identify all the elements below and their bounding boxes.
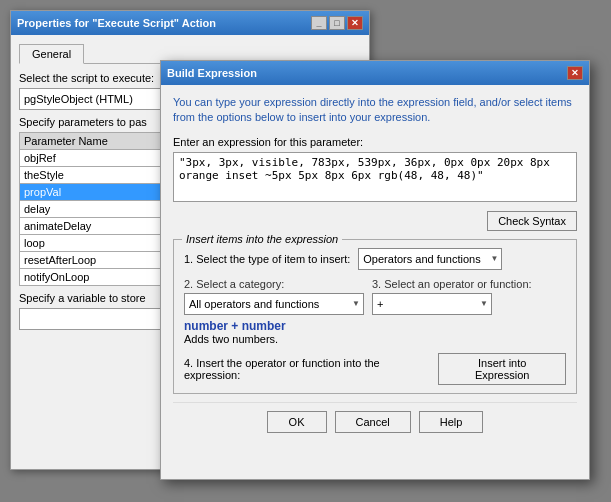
properties-title-text: Properties for "Execute Script" Action — [17, 17, 216, 29]
tab-general[interactable]: General — [19, 44, 84, 64]
ok-button[interactable]: OK — [267, 411, 327, 433]
step1-row: 1. Select the type of item to insert: Op… — [184, 248, 566, 270]
step2-select-wrapper: All operators and functions — [184, 293, 364, 315]
build-title-buttons: ✕ — [567, 66, 583, 80]
help-button[interactable]: Help — [419, 411, 484, 433]
properties-title-bar: Properties for "Execute Script" Action _… — [11, 11, 369, 35]
expr-label: Enter an expression for this parameter: — [173, 136, 577, 148]
title-bar-buttons: _ □ ✕ — [311, 16, 363, 30]
build-title-bar: Build Expression ✕ — [161, 61, 589, 85]
desc-text: Adds two numbers. — [184, 333, 566, 345]
insert-expr-button[interactable]: Insert into Expression — [438, 353, 566, 385]
step1-select[interactable]: Operators and functionsVariablesConstant… — [358, 248, 502, 270]
step1-select-wrapper: Operators and functionsVariablesConstant… — [358, 248, 502, 270]
step4-label: 4. Insert the operator or function into … — [184, 357, 438, 381]
dialog-footer: OK Cancel Help — [173, 402, 577, 441]
step2-select[interactable]: All operators and functions — [184, 293, 364, 315]
close-button[interactable]: ✕ — [347, 16, 363, 30]
cancel-button[interactable]: Cancel — [335, 411, 411, 433]
step1-label: 1. Select the type of item to insert: — [184, 253, 350, 265]
minimize-button[interactable]: _ — [311, 16, 327, 30]
step3-col: 3. Select an operator or function: +-*/ — [372, 278, 532, 315]
hint-text: You can type your expression directly in… — [173, 95, 577, 126]
maximize-button[interactable]: □ — [329, 16, 345, 30]
step2-col: 2. Select a category: All operators and … — [184, 278, 364, 315]
step23-row: 2. Select a category: All operators and … — [184, 278, 566, 315]
build-body: You can type your expression directly in… — [161, 85, 589, 451]
build-dialog: Build Expression ✕ You can type your exp… — [160, 60, 590, 480]
step2-label: 2. Select a category: — [184, 278, 364, 290]
desc-bold: number + number — [184, 319, 566, 333]
step4-row: 4. Insert the operator or function into … — [184, 353, 566, 385]
insert-legend: Insert items into the expression — [182, 233, 342, 245]
check-syntax-button[interactable]: Check Syntax — [487, 211, 577, 231]
build-close-button[interactable]: ✕ — [567, 66, 583, 80]
build-title-text: Build Expression — [167, 67, 257, 79]
step3-label: 3. Select an operator or function: — [372, 278, 532, 290]
expr-textarea[interactable] — [173, 152, 577, 202]
insert-group: Insert items into the expression 1. Sele… — [173, 239, 577, 394]
step3-select-wrapper: +-*/ — [372, 293, 492, 315]
step3-select[interactable]: +-*/ — [372, 293, 492, 315]
description-area: number + number Adds two numbers. — [184, 319, 566, 345]
